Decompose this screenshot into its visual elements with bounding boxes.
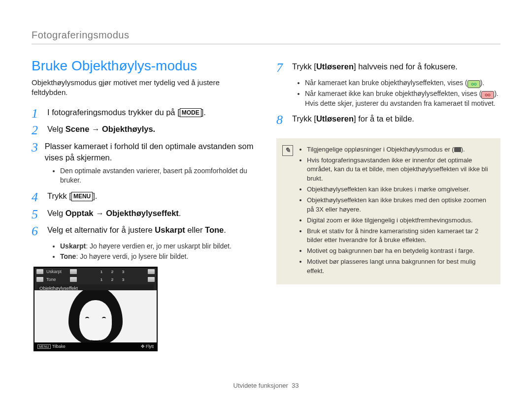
camera-preview: Uskarpt 1 2 3 Tone [33, 267, 158, 351]
bullet: Når kameraet kan bruke objekthøylyseffek… [305, 78, 500, 88]
step-8: 8 Trykk [Utløseren] for å ta et bilde. [276, 113, 500, 127]
menu-badge: MENU [37, 344, 51, 349]
step-7-bullets: Når kameraet kan bruke objekthøylyseffek… [298, 78, 500, 109]
bottom-right: ✥ Flytt [141, 344, 154, 349]
tone-row: Tone 1 2 3 [34, 276, 157, 283]
svg-point-2 [486, 93, 488, 95]
step-7: 7 Trykk [Utløseren] halvveis ned for å f… [276, 61, 500, 75]
note-item: Bruk et stativ for å hindre kameraristin… [307, 227, 493, 246]
step-body: Velg Opptak → Objekthøylyseffekt. [47, 208, 181, 219]
note-box: ✎ Tilgjengelige oppløsninger i Objekthøy… [276, 138, 500, 284]
step-5: 5 Velg Opptak → Objekthøylyseffekt. [32, 208, 256, 222]
camera-screen: Uskarpt 1 2 3 Tone [34, 268, 157, 350]
step-body: Trykk [MENU]. [47, 190, 97, 202]
step-body: Velg et alternativ for å justere Uskarpt… [47, 224, 226, 236]
focus-ok-icon [467, 80, 480, 88]
step-body: Trykk [Utløseren] halvveis ned for å fok… [292, 61, 458, 72]
row-label: Uskarpt [46, 269, 67, 274]
note-item: Objekthøylyseffekten kan ikke brukes med… [307, 196, 493, 215]
resolution-icon [454, 147, 461, 152]
note-list: Tilgjengelige oppløsninger i Objekthøyly… [307, 145, 493, 278]
step-body: I fotograferingsmodus trykker du på [MOD… [47, 107, 206, 118]
scale-numbers: 1 2 3 [80, 270, 145, 274]
note-item: Motivet bør plasseres langt unna bakgrun… [307, 257, 493, 276]
step-6-bullets: Uskarpt: Jo høyere verdien er, jo mer us… [53, 242, 256, 262]
note-item: Hvis fotograferingsavstanden ikke er inn… [307, 156, 493, 184]
step-number: 1 [32, 107, 42, 121]
svg-point-0 [471, 83, 473, 85]
image-icon [70, 269, 77, 274]
step-1: 1 I fotograferingsmodus trykker du på [M… [32, 107, 256, 121]
step-2: 2 Velg Scene → Objekthøylys. [32, 123, 256, 138]
uskarpt-row: Uskarpt 1 2 3 [34, 268, 157, 276]
note-item: Motivet og bakgrunnen bør ha en betydeli… [307, 247, 493, 256]
intro-text: Objekthøylysmodus gjør motivet mer tydel… [32, 78, 256, 98]
preview-bottom-bar: MENUTilbake ✥ Flytt [34, 342, 157, 350]
note-item: Objekthøylyseffekten kan ikke brukes i m… [307, 185, 493, 194]
image-icon [148, 269, 155, 274]
bullet: Når kameraet ikke kan bruke objekthøylys… [305, 89, 500, 109]
note-icon: ✎ [282, 145, 293, 156]
menu-button-label: MENU [71, 192, 93, 201]
step-4: 4 Trykk [MENU]. [32, 190, 256, 205]
bullet: Den optimale avstanden varierer, basert … [60, 166, 256, 185]
step-number: 8 [276, 113, 287, 127]
step-number: 6 [32, 224, 42, 239]
note-item: Tilgjengelige oppløsninger i Objekthøyly… [307, 145, 493, 154]
step-body: Plasser kameraet i forhold til den optim… [45, 141, 256, 163]
step-number: 5 [32, 208, 42, 222]
grid-icon [36, 269, 43, 274]
bullet: Tone: Jo høyere verdi, jo lysere blir bi… [60, 252, 256, 262]
right-column: 7 Trykk [Utløseren] halvveis ned for å f… [276, 58, 500, 351]
preview-portrait [34, 290, 157, 342]
left-column: Bruke Objekthøylys-modus Objekthøylysmod… [32, 58, 256, 351]
image-icon [70, 277, 77, 282]
step-body: Velg Scene → Objekthøylys. [47, 123, 155, 135]
page-footer: Utvidete funksjoner 33 [0, 382, 532, 389]
portrait-face [79, 300, 112, 340]
svg-point-3 [488, 93, 490, 95]
bullet: Uskarpt: Jo høyere verdien er, jo mer us… [60, 242, 256, 251]
grid-icon [36, 277, 43, 282]
step-body: Trykk [Utløseren] for å ta et bilde. [292, 113, 414, 124]
step-number: 7 [276, 61, 287, 75]
section-label: Fotograferingsmodus [32, 30, 500, 41]
step-3-bullets: Den optimale avstanden varierer, basert … [53, 166, 256, 185]
two-column-layout: Bruke Objekthøylys-modus Objekthøylysmod… [32, 58, 500, 351]
image-icon [148, 277, 155, 282]
mode-button-label: MODE [180, 108, 201, 118]
row-label: Tone [46, 277, 67, 282]
step-number: 4 [32, 190, 42, 205]
step-number: 2 [32, 123, 42, 138]
page-title: Bruke Objekthøylys-modus [32, 58, 256, 74]
note-item: Digital zoom er ikke tilgjengelig i obje… [307, 216, 493, 225]
focus-fail-icon [481, 91, 494, 99]
svg-point-1 [474, 83, 476, 85]
scale-numbers: 1 2 3 [80, 278, 145, 282]
step-number: 3 [32, 141, 40, 155]
bottom-left: MENUTilbake [37, 344, 66, 349]
step-3: 3 Plasser kameraet i forhold til den opt… [32, 141, 256, 163]
manual-page: Fotograferingsmodus Bruke Objekthøylys-m… [0, 0, 532, 401]
step-6: 6 Velg et alternativ for å justere Uskar… [32, 224, 256, 239]
divider [32, 44, 500, 44]
